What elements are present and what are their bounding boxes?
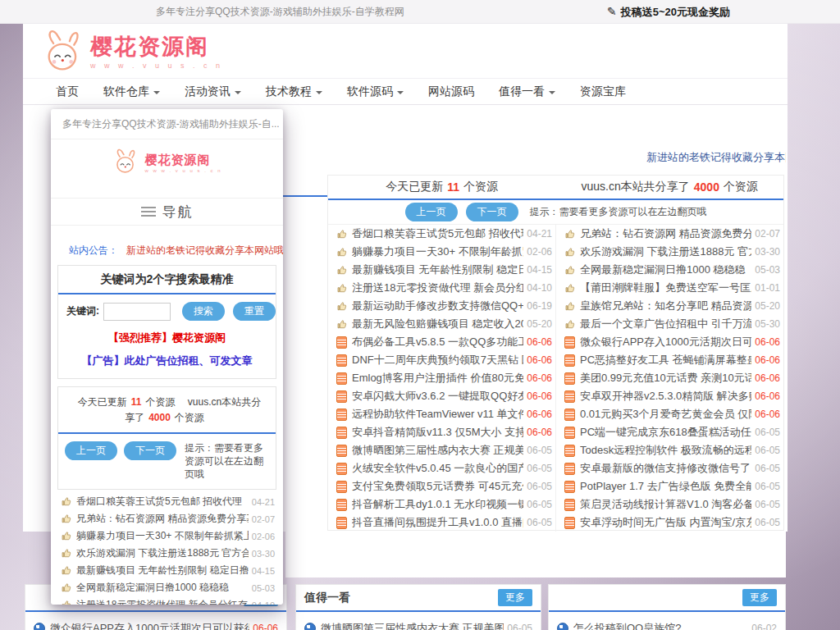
nav-item-8[interactable]: 资源宝库 xyxy=(580,84,626,99)
list-item[interactable]: 全网最新稳定漏洞日撸1000 稳稳稳05-03 xyxy=(564,261,780,279)
list-item[interactable]: 策启灵活动线报计算器V1.0 淘客必备的一款软06-05 xyxy=(564,495,780,514)
item-title: 微博晒图第三届性感内衣大赛 正规美图等你欣 xyxy=(352,443,523,458)
search-input[interactable] xyxy=(103,303,171,321)
submit-reward-label: 投稿送5~20元现金奖励 xyxy=(621,6,730,18)
nav-item-4[interactable]: 技术教程 xyxy=(266,84,322,99)
item-title: PC恶搞整好友工具 苍蝇铺满屏幕整蛊专家 效 xyxy=(580,353,751,368)
more-button[interactable]: 更多 xyxy=(498,589,532,606)
nav-item-7[interactable]: 值得一看 xyxy=(499,84,555,99)
document-icon xyxy=(564,427,575,439)
list-item[interactable]: 0.01元购买3个月爱奇艺黄金会员 仅限京东白06-06 xyxy=(564,405,780,423)
list-item[interactable]: 全网最新稳定漏洞日撸1000 稳稳稳05-03 xyxy=(61,579,275,596)
list-item[interactable]: 远程协助软件TeamViewer v11 单文件版 方便06-06 xyxy=(336,405,552,423)
list-item[interactable]: 最后一个文章广告位招租中 引千万流 聚八方05-30 xyxy=(564,315,780,333)
list-item[interactable]: 微众银行APP存入1000元活期次日可以获得无06-06 xyxy=(564,333,780,351)
item-date: 06-05 xyxy=(527,499,552,510)
list-item[interactable]: 皇族馆兄弟站：知名分享吧 精品资源分享基地05-20 xyxy=(564,297,780,315)
chevron-down-icon xyxy=(153,91,160,94)
nav-item-5[interactable]: 软件源码 xyxy=(347,84,404,99)
list-item[interactable]: 注册送18元零投资做代理 新会员分红存100004-10 xyxy=(336,279,552,297)
list-item[interactable]: 怎么投稿到QQ皇族馆?06-02 xyxy=(557,618,777,630)
popup-article-list: 香烟口粮芙蓉王试货5元包邮 招收代理04-21兄弟站：钻石资源网 精品资源免费分… xyxy=(51,490,283,605)
list-item[interactable]: 欢乐游戏漏洞 下载注册送1888元 官方合作03-30 xyxy=(564,243,780,261)
list-item[interactable]: 安卓双开神器v2.5.3.0精简版 解决多账号切换06-06 xyxy=(564,387,780,405)
list-item[interactable]: 安卓浮动时间无广告版 内置淘宝/京东/苏宁/拼06-05 xyxy=(564,514,780,532)
document-icon xyxy=(564,463,575,475)
list-item[interactable]: Todesk远程控制软件 极致流畅的远程协助工具06-05 xyxy=(564,441,780,459)
next-page-button[interactable]: 下一页 xyxy=(466,203,518,221)
list-item[interactable]: PC端一键完成京东618叠蛋糕活动任务工具06-05 xyxy=(564,423,780,441)
item-date: 06-06 xyxy=(527,372,552,384)
list-item[interactable]: 抖音直播间氛围提升工具v1.0.0 直播间自动发06-05 xyxy=(336,514,552,532)
prev-page-button[interactable]: 上一页 xyxy=(405,203,458,221)
nav-item-2[interactable]: 软件仓库 xyxy=(103,84,160,99)
list-item[interactable]: 躺赚暴力项目一天30+ 不限制年龄抓紧上车02-06 xyxy=(336,243,552,261)
list-item[interactable]: 最新运动助手修改步数支持微信QQ+ZFB步06-19 xyxy=(336,297,552,315)
chevron-down-icon xyxy=(235,91,241,94)
chevron-down-icon xyxy=(549,91,555,94)
nav-item-label: 软件源码 xyxy=(347,84,393,99)
item-title: DNF十二周年庆典预约领取7天黑钻 回归用户 xyxy=(352,353,523,368)
list-item[interactable]: Emlog博客用户注册插件 价值80元免费分享06-06 xyxy=(336,369,552,387)
list-item[interactable]: 最新赚钱项目 无年龄性别限制 稳定日撸04-15 xyxy=(61,562,275,579)
list-item[interactable]: 火绒安全软件v5.0.45 一款良心的国产安全软件06-05 xyxy=(336,459,552,477)
ad-link[interactable]: 【广告】此处广告位招租、可发文章 xyxy=(58,354,276,368)
document-icon xyxy=(564,336,575,349)
reset-button[interactable]: 重置 xyxy=(233,302,276,321)
popup-nav-toggle[interactable]: 导航 xyxy=(51,198,283,226)
list-item[interactable]: PC恶搞整好友工具 苍蝇铺满屏幕整蛊专家 效06-06 xyxy=(564,351,780,369)
list-item[interactable]: 安卓最新版的微信支持修改微信号了！ IOS版06-05 xyxy=(564,459,780,477)
document-icon xyxy=(336,409,347,421)
list-item[interactable]: 躺赚暴力项目一天30+ 不限制年龄抓紧上02-06 xyxy=(61,527,275,545)
search-button[interactable]: 搜索 xyxy=(182,302,225,321)
item-date: 06-06 xyxy=(755,336,780,348)
announcement-text: 新进站的老铁记得收藏分享本网站哦！ xyxy=(646,151,786,163)
thumb-up-icon xyxy=(336,319,347,330)
list-item[interactable]: 最新赚钱项目 无年龄性别限制 稳定日撸300+04-15 xyxy=(336,261,552,279)
nav-item-6[interactable]: 网站源码 xyxy=(428,84,474,99)
nav-item-3[interactable]: 活动资讯 xyxy=(185,84,241,99)
promo-link[interactable]: 【强烈推荐】樱花资源阁 xyxy=(58,331,276,345)
list-item[interactable]: 微博晒图第三届性感内衣大赛 正规美图等你欣06-05 xyxy=(336,441,552,459)
list-item[interactable]: PotPlayer 1.7 去广告绿色版 免费全能影音播06-05 xyxy=(564,477,780,495)
item-date: 05-30 xyxy=(755,318,780,330)
item-date: 06-06 xyxy=(755,354,780,366)
list-item[interactable]: 欢乐游戏漏洞 下载注册送1888元 官方合03-30 xyxy=(61,545,275,562)
site-logo[interactable]: 樱花资源阁 w w w . v u u s . c n xyxy=(39,27,223,76)
list-item[interactable]: 兄弟站：钻石资源网 精品资源免费分享基02-07 xyxy=(61,510,275,527)
list-item[interactable]: 微博晒图第三届性感内衣大赛 正规美图等你欣赏06-05 xyxy=(304,618,532,630)
item-date: 03-30 xyxy=(252,549,275,559)
list-item[interactable]: 安卓闪截大师v3.6.2 一键提取QQ好友发的闪图06-06 xyxy=(336,387,552,405)
prev-page-button[interactable]: 上一页 xyxy=(65,441,117,460)
item-title: 抖音解析工具dy1.0.1 无水印视频一键解析软件 xyxy=(352,497,523,512)
search-widget: 关键词为2个字搜索最精准 关键词: 搜索 重置 【强烈推荐】樱花资源阁 【广告】… xyxy=(57,265,276,379)
list-item[interactable]: 布偶必备工具v5.8.5 一款QQ多功能工具软件06-06 xyxy=(336,333,552,351)
list-item[interactable]: 香烟口粮芙蓉王试货5元包邮 招收代理04-21 xyxy=(61,493,275,510)
list-item[interactable]: 安卓抖音精简版v11.3 仅5M大小 支持账号登录06-06 xyxy=(336,423,552,441)
item-date: 06-05 xyxy=(507,623,532,630)
thumb-up-icon xyxy=(61,531,71,541)
item-date: 06-06 xyxy=(527,354,552,366)
list-item[interactable]: 美团0.99元充值10元话费 亲测10元话费秒到06-06 xyxy=(564,369,780,387)
site-slogan: 多年专注分享QQ技术资源-游戏辅助外挂娱乐-自学教程网 xyxy=(156,0,404,23)
popup-logo[interactable]: 樱花资源阁 w w w . v u u s . c n xyxy=(51,139,283,180)
block-header: 值得一看更多 xyxy=(296,585,541,612)
list-item[interactable]: 香烟口粮芙蓉王试货5元包邮 招收代理04-21 xyxy=(336,225,552,243)
stats-bar: 今天已更新 11 个资源 vuus.cn本站共分享了 4000 个资源 xyxy=(328,176,783,200)
list-item[interactable]: 抖音解析工具dy1.0.1 无水印视频一键解析软件06-05 xyxy=(336,495,552,514)
list-item[interactable]: 【莆田潮牌鞋服】免费送空军一号匡威1970s01-01 xyxy=(564,279,780,297)
submit-reward-link[interactable]: ✎投稿送5~20元现金奖励 xyxy=(607,0,730,24)
list-item[interactable]: 最新无风险包赔赚钱项目 稳定收入200-500元05-20 xyxy=(336,315,552,333)
list-item[interactable]: DNF十二周年庆典预约领取7天黑钻 回归用户06-06 xyxy=(336,351,552,369)
list-item[interactable]: 微众银行APP存入1000元活期次日可以获得无门06-06 xyxy=(34,618,278,630)
notice-marquee: 新进站的老铁记得收藏分享本网站哦！ xyxy=(126,244,283,256)
list-item[interactable]: 注册送18元零投资做代理 新会员分红存04-10 xyxy=(61,596,275,605)
nav-item-1[interactable]: 首页 xyxy=(56,84,79,99)
list-item[interactable]: 兄弟站：钻石资源网 精品资源免费分享基地02-07 xyxy=(564,225,780,243)
stats-updated-prefix: 今天已更新 xyxy=(386,180,443,194)
document-icon xyxy=(336,427,347,439)
more-button[interactable]: 更多 xyxy=(742,589,777,606)
list-item[interactable]: 支付宝免费领取5元话费券 可45元充值三网5006-05 xyxy=(336,477,552,495)
document-icon xyxy=(336,517,347,529)
next-page-button[interactable]: 下一页 xyxy=(124,441,176,460)
